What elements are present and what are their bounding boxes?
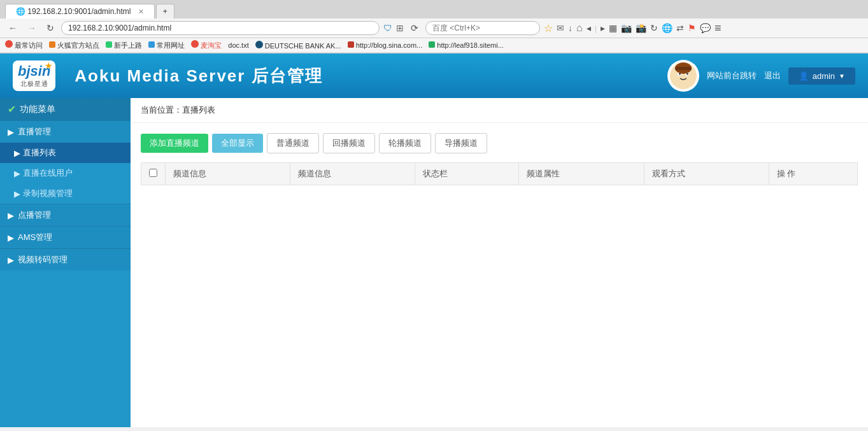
header-title: Aoku Media Server 后台管理	[75, 65, 667, 87]
screenshot-icon: 📷	[621, 23, 632, 33]
bookmark-icon[interactable]: ☆	[544, 22, 553, 34]
sidebar-item-live-record[interactable]: ▶ 录制视频管理	[0, 183, 131, 204]
user-button[interactable]: 👤 admin ▼	[788, 67, 855, 85]
app-header: bjsin ★ 北极星通 Aoku Media Server 后台管理	[0, 53, 868, 98]
guide-channel-button[interactable]: 导播频道	[435, 133, 487, 153]
tab-favicon: 🌐	[16, 7, 25, 16]
expand-icon2: ▶	[8, 211, 14, 220]
arrow-icon: ▶	[14, 189, 20, 199]
avatar-svg	[669, 62, 697, 90]
app-body: ✔ 功能菜单 ▶ 直播管理 ▶ 直播列表 ▶ 直播在线用户	[0, 98, 868, 427]
col-channel-attr: 频道属性	[519, 163, 644, 185]
reload-button2[interactable]: ⟳	[408, 22, 422, 34]
browser-tab-active[interactable]: 🌐 192.168.2.10:9001/admin.html ✕	[5, 4, 155, 18]
breadcrumb-text: 当前位置：直播列表	[141, 105, 215, 115]
col-watch-method: 观看方式	[644, 163, 769, 185]
sidebar-title-label: 功能菜单	[20, 104, 55, 115]
col-operation: 操 作	[769, 163, 857, 185]
sidebar-vod-label: 点播管理	[18, 209, 51, 221]
bookmark-5[interactable]: 麦淘宝	[191, 40, 222, 50]
add-channel-button[interactable]: 添加直播频道	[141, 134, 208, 153]
tab-label: 192.168.2.10:9001/admin.html	[27, 7, 131, 16]
bookmark-4[interactable]: 常用网址	[148, 41, 185, 50]
grid2-icon: ▦	[609, 23, 617, 33]
sidebar-section-live: ▶ 直播管理 ▶ 直播列表 ▶ 直播在线用户 ▶ 录制视频管理	[0, 120, 131, 204]
tab-close-icon[interactable]: ✕	[138, 8, 144, 15]
channels-table: 频道信息 频道信息 状态栏 频道属性	[141, 162, 858, 185]
user-icon: 👤	[799, 71, 809, 81]
globe-icon: 🌐	[662, 23, 672, 33]
table-wrapper: 频道信息 频道信息 状态栏 频道属性	[141, 162, 858, 185]
header-right: 网站前台跳转 退出 👤 admin ▼	[667, 60, 855, 92]
download-icon: ↓	[568, 23, 573, 33]
bookmark-3[interactable]: 新手上路	[106, 41, 142, 50]
rewind-channel-button[interactable]: 回播频道	[323, 133, 375, 153]
nav-back-icon[interactable]: ◂	[587, 23, 591, 33]
grid-icon: ⊞	[396, 23, 404, 33]
bookmark-2[interactable]: 火狐官方站点	[49, 41, 99, 50]
chat-icon: 💬	[700, 23, 711, 33]
sidebar-item-ams-management[interactable]: ▶ AMS管理	[0, 227, 131, 248]
select-all-checkbox[interactable]	[149, 169, 157, 177]
sidebar: ✔ 功能菜单 ▶ 直播管理 ▶ 直播列表 ▶ 直播在线用户	[0, 98, 131, 427]
browser-chrome: 🌐 192.168.2.10:9001/admin.html ✕ + ← → ↻…	[0, 0, 868, 53]
nav-separator: |	[595, 24, 597, 33]
reload-button[interactable]: ↻	[43, 22, 57, 34]
col-status: 状态栏	[415, 163, 519, 185]
browser-toolbar: ← → ↻ 🛡 ⊞ ⟳ ☆ ✉ ↓ ⌂ ◂ | ▸ ▦ 📷 📸 ↻ 🌐 ⇄ ⚑ …	[0, 18, 868, 38]
edit-icon: ✉	[557, 23, 564, 33]
expand-icon3: ▶	[8, 233, 14, 243]
arrow-icon: ▶	[14, 148, 20, 158]
home-icon[interactable]: ⌂	[576, 22, 583, 34]
username-label: admin	[813, 71, 835, 81]
col-channel-info-1: 频道信息	[166, 163, 290, 185]
sidebar-section-ams: ▶ AMS管理	[0, 226, 131, 248]
forward-button[interactable]: →	[24, 22, 39, 34]
avatar	[667, 60, 699, 92]
loop-channel-button[interactable]: 轮播频道	[379, 133, 431, 153]
checkbox-header	[141, 163, 166, 185]
sidebar-live-items: ▶ 直播列表 ▶ 直播在线用户 ▶ 录制视频管理	[0, 143, 131, 204]
translate-icon: ⇄	[676, 23, 684, 33]
expand-icon: ▶	[8, 127, 14, 137]
arrow-icon: ▶	[14, 169, 20, 178]
bookmarks-bar: 最常访问 火狐官方站点 新手上路 常用网址 麦淘宝 doc.txt DEUTSC…	[0, 38, 868, 53]
back-button[interactable]: ←	[5, 22, 20, 34]
sidebar-item-live-list[interactable]: ▶ 直播列表	[0, 143, 131, 163]
expand-icon4: ▶	[8, 255, 14, 265]
logout-link[interactable]: 退出	[764, 70, 781, 81]
sidebar-item-live-management[interactable]: ▶ 直播管理	[0, 121, 131, 143]
browser-tabs: 🌐 192.168.2.10:9001/admin.html ✕ +	[0, 0, 868, 18]
menu-check-icon: ✔	[8, 103, 16, 115]
logo-star-icon: ★	[45, 60, 53, 71]
sidebar-item-live-online[interactable]: ▶ 直播在线用户	[0, 163, 131, 183]
search-input[interactable]	[425, 21, 540, 35]
chevron-down-icon: ▼	[839, 73, 845, 80]
svg-rect-7	[675, 67, 692, 70]
sidebar-item-transcode-management[interactable]: ▶ 视频转码管理	[0, 249, 131, 271]
content-area: 添加直播频道 全部显示 普通频道 回播频道 轮播频道 导播频道	[131, 123, 868, 195]
col-channel-info-2: 频道信息	[290, 163, 415, 185]
browser-tab-new[interactable]: +	[156, 4, 174, 18]
bookmark-6[interactable]: doc.txt	[228, 41, 248, 49]
bookmark-9[interactable]: http://leaf918.sitemi...	[429, 41, 504, 49]
sidebar-item-vod-management[interactable]: ▶ 点播管理	[0, 204, 131, 226]
sidebar-section-vod: ▶ 点播管理	[0, 204, 131, 226]
shield-icon: 🛡	[383, 23, 392, 33]
bookmark-8[interactable]: http://blog.sina.com...	[348, 41, 423, 49]
table-header-row: 频道信息 频道信息 状态栏 频道属性	[141, 163, 858, 185]
frontend-link[interactable]: 网站前台跳转	[707, 70, 757, 81]
flag-icon: ⚑	[688, 23, 696, 33]
breadcrumb: 当前位置：直播列表	[131, 98, 868, 123]
main-content: 当前位置：直播列表 添加直播频道 全部显示 普通频道 回播频道 轮播频道 导播频…	[131, 98, 868, 427]
url-bar[interactable]	[61, 21, 380, 35]
sidebar-menu-title: ✔ 功能菜单	[0, 98, 131, 120]
normal-channel-button[interactable]: 普通频道	[267, 133, 319, 153]
bookmark-7[interactable]: DEUTSCHE BANK AK...	[255, 41, 341, 50]
bookmark-1[interactable]: 最常访问	[5, 40, 43, 50]
menu-icon[interactable]: ≡	[715, 22, 722, 35]
toolbar: 添加直播频道 全部显示 普通频道 回播频道 轮播频道 导播频道	[141, 133, 858, 153]
nav-forward-icon[interactable]: ▸	[601, 23, 605, 33]
refresh2-icon: ↻	[650, 23, 658, 33]
show-all-button[interactable]: 全部显示	[212, 134, 263, 153]
